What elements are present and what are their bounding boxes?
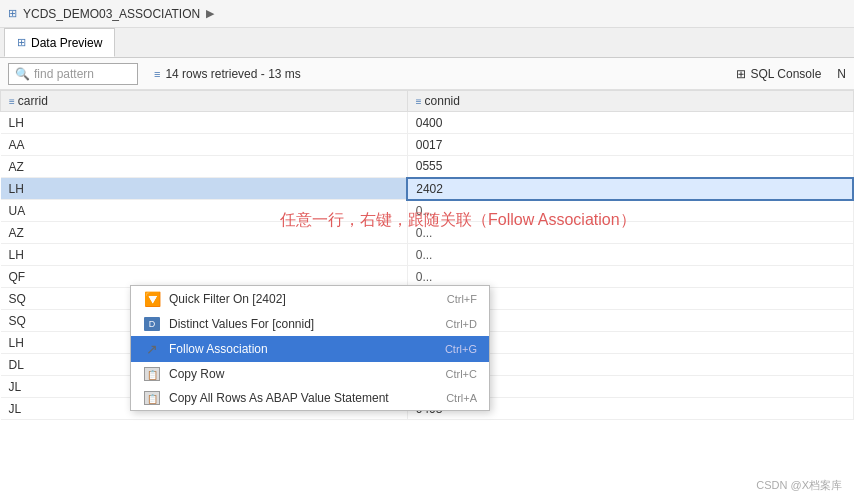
main-layout: ⊞ YCDS_DEMO03_ASSOCIATION ▶ ⊞ Data Previ… — [0, 0, 854, 501]
rows-info-text: 14 rows retrieved - 13 ms — [165, 67, 300, 81]
context-menu-item-copy-all[interactable]: 📋Copy All Rows As ABAP Value StatementCt… — [131, 386, 489, 410]
context-menu-item-shortcut: Ctrl+G — [445, 343, 477, 355]
table-header-row: ≡carrid ≡connid — [1, 91, 854, 112]
col-connid-icon: ≡ — [416, 96, 422, 107]
tab-label: Data Preview — [31, 36, 102, 50]
cell-carrid: LH — [1, 178, 408, 200]
context-menu-item-copy[interactable]: 📋Copy RowCtrl+C — [131, 362, 489, 386]
cell-connid: 0555 — [407, 156, 853, 178]
col-carrid: ≡carrid — [1, 91, 408, 112]
rows-info: ≡ 14 rows retrieved - 13 ms — [154, 67, 301, 81]
cell-carrid: AZ — [1, 222, 408, 244]
cell-connid: 0... — [407, 222, 853, 244]
n-button[interactable]: N — [837, 67, 846, 81]
cell-carrid: LH — [1, 112, 408, 134]
find-pattern-container[interactable]: 🔍 find pattern — [8, 63, 138, 85]
filter-icon: 🔽 — [143, 291, 161, 307]
tab-bar: ⊞ Data Preview — [0, 28, 854, 58]
context-menu-item-distinct[interactable]: DDistinct Values For [connid]Ctrl+D — [131, 312, 489, 336]
context-menu-item-label: Follow Association — [169, 342, 437, 356]
table-row[interactable]: AA0017 — [1, 134, 854, 156]
breadcrumb-arrow-icon: ▶ — [206, 7, 214, 20]
table-row[interactable]: AZ0555 — [1, 156, 854, 178]
breadcrumb-text: YCDS_DEMO03_ASSOCIATION — [23, 7, 200, 21]
context-menu-item-follow[interactable]: ↗Follow AssociationCtrl+G — [131, 336, 489, 362]
rows-icon: ≡ — [154, 68, 160, 80]
cell-carrid: AA — [1, 134, 408, 156]
data-preview-tab[interactable]: ⊞ Data Preview — [4, 28, 115, 57]
breadcrumb-bar: ⊞ YCDS_DEMO03_ASSOCIATION ▶ — [0, 0, 854, 28]
table-row[interactable]: LH2402 — [1, 178, 854, 200]
sql-console-label: SQL Console — [750, 67, 821, 81]
toolbar: 🔍 find pattern ≡ 14 rows retrieved - 13 … — [0, 58, 854, 90]
cell-carrid: LH — [1, 244, 408, 266]
table-row[interactable]: LH0... — [1, 244, 854, 266]
cell-connid: 0400 — [407, 112, 853, 134]
distinct-icon: D — [143, 317, 161, 331]
cell-connid: 0... — [407, 200, 853, 222]
watermark: CSDN @X档案库 — [756, 478, 842, 493]
table-row[interactable]: LH0400 — [1, 112, 854, 134]
tab-icon: ⊞ — [17, 36, 26, 49]
col-carrid-icon: ≡ — [9, 96, 15, 107]
context-menu-item-shortcut: Ctrl+A — [446, 392, 477, 404]
context-menu-item-label: Copy All Rows As ABAP Value Statement — [169, 391, 438, 405]
sql-console-icon: ⊞ — [736, 67, 746, 81]
cell-connid: 0... — [407, 244, 853, 266]
cell-carrid: AZ — [1, 156, 408, 178]
context-menu-item-filter[interactable]: 🔽Quick Filter On [2402]Ctrl+F — [131, 286, 489, 312]
context-menu-item-shortcut: Ctrl+C — [446, 368, 477, 380]
table-row[interactable]: UA0... — [1, 200, 854, 222]
data-table-container: ≡carrid ≡connid LH0400AA0017AZ0555LH2402… — [0, 90, 854, 501]
copy-icon: 📋 — [143, 367, 161, 381]
context-menu-item-shortcut: Ctrl+F — [447, 293, 477, 305]
context-menu-item-label: Copy Row — [169, 367, 438, 381]
context-menu-item-shortcut: Ctrl+D — [446, 318, 477, 330]
context-menu[interactable]: 🔽Quick Filter On [2402]Ctrl+FDDistinct V… — [130, 285, 490, 411]
cell-connid: 0017 — [407, 134, 853, 156]
cell-connid: 2402 — [407, 178, 853, 200]
follow-icon: ↗ — [143, 341, 161, 357]
cell-carrid: UA — [1, 200, 408, 222]
toolbar-right: ⊞ SQL Console N — [736, 67, 846, 81]
context-menu-item-label: Quick Filter On [2402] — [169, 292, 439, 306]
find-pattern-input[interactable]: find pattern — [34, 67, 94, 81]
copy-all-icon: 📋 — [143, 391, 161, 405]
context-menu-item-label: Distinct Values For [connid] — [169, 317, 438, 331]
breadcrumb-table-icon: ⊞ — [8, 7, 17, 20]
find-icon: 🔍 — [15, 67, 30, 81]
sql-console-button[interactable]: ⊞ SQL Console — [736, 67, 821, 81]
table-row[interactable]: AZ0... — [1, 222, 854, 244]
col-connid: ≡connid — [407, 91, 853, 112]
